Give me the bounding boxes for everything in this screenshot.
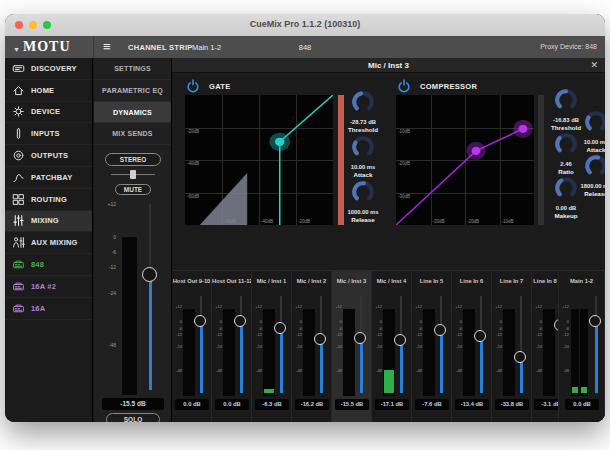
- knob-dial[interactable]: [584, 154, 605, 178]
- strip-scale-mark: -6: [452, 326, 462, 331]
- fader-fill: [240, 321, 243, 393]
- solo-button[interactable]: SOLO: [106, 413, 160, 422]
- fader-knob[interactable]: [314, 333, 326, 345]
- strip-scale-mark: +12: [372, 304, 382, 309]
- gate-knob-attack: 10.00 msAttack: [341, 135, 385, 178]
- fader-scale-mark: 0: [102, 234, 116, 240]
- fader-knob[interactable]: [274, 322, 286, 334]
- sidebar-item-patchbay[interactable]: PATCHBAY: [5, 167, 92, 189]
- compressor-graph: -10dB-20dB-30dB-30dB-20dB-10dB: [396, 95, 534, 225]
- fader-knob[interactable]: [194, 315, 206, 327]
- strip-value-readout: 0.0 dB: [565, 399, 599, 410]
- fader-knob[interactable]: [514, 351, 526, 363]
- knob-label: Release: [574, 190, 605, 197]
- fader-knob[interactable]: [434, 324, 446, 336]
- sidebar-item-device-16a[interactable]: 16A: [5, 298, 92, 320]
- mixer-strip-host-out-9-10[interactable]: Host Out 9-10+120-6-12-24-480.0 dB: [172, 271, 212, 422]
- strip-scale-mark: 0: [532, 319, 542, 324]
- strip-scale-mark: -24: [332, 344, 342, 349]
- mixer-strip-main-1-2[interactable]: Main 1-2+120-6-12-24-480.0 dB: [559, 271, 605, 422]
- sidebar-item-device[interactable]: DEVICE: [5, 102, 92, 124]
- fader-knob[interactable]: [234, 315, 246, 327]
- rack-icon: [12, 258, 25, 271]
- aux-mixing-icon: [12, 236, 25, 249]
- rack-icon: [12, 302, 25, 315]
- fader-fill: [280, 328, 283, 393]
- knob-dial[interactable]: [584, 110, 605, 134]
- strip-scale-mark: -6: [212, 326, 222, 331]
- strip-meter: [343, 309, 355, 396]
- strip-meter: [463, 309, 475, 396]
- mixer-strip-mic-inst-3[interactable]: Mic / Inst 3+120-6-12-24-48-15.5 dB: [332, 271, 372, 422]
- mixer-strip-host-out-11-12[interactable]: Host Out 11-12+120-6-12-24-480.0 dB: [212, 271, 252, 422]
- tab-parametric-eq[interactable]: PARAMETRIC EQ: [94, 80, 171, 102]
- tab-settings[interactable]: SETTINGS: [94, 58, 171, 80]
- strip-label: Host Out 11-12: [212, 278, 251, 284]
- strip-scale-mark: 0: [412, 319, 422, 324]
- fader-knob[interactable]: [354, 332, 366, 344]
- strip-meter: [303, 309, 315, 396]
- pan-slider[interactable]: [111, 170, 155, 179]
- strip-value-readout: 0.0 dB: [175, 399, 209, 410]
- sidebar-nav: DISCOVERYHOMEDEVICEINPUTSOUTPUTSPATCHBAY…: [5, 58, 93, 422]
- compressor-curve[interactable]: [396, 95, 534, 225]
- pan-slider-handle[interactable]: [130, 170, 136, 179]
- strip-scale-mark: -48: [172, 368, 182, 373]
- power-icon[interactable]: [186, 79, 200, 93]
- mixer-strip-line-in-7[interactable]: Line In 7+120-6-12-24-48-33.8 dB: [492, 271, 532, 422]
- mixer-strip-mic-inst-1[interactable]: Mic / Inst 1+120-6-12-24-48-6.3 dB: [252, 271, 292, 422]
- outputs-icon: [12, 149, 25, 162]
- sidebar-item-mixing[interactable]: MIXING: [5, 211, 92, 233]
- sidebar-item-routing[interactable]: ROUTING: [5, 189, 92, 211]
- sidebar-item-device-16a-2[interactable]: 16A #2: [5, 276, 92, 298]
- knob-dial[interactable]: [351, 180, 375, 204]
- sidebar-item-label: 16A: [31, 304, 45, 313]
- strip-scale-mark: -24: [532, 344, 542, 349]
- sidebar-item-discovery[interactable]: DISCOVERY: [5, 58, 92, 80]
- fader-knob[interactable]: [142, 267, 157, 282]
- knob-dial[interactable]: [351, 90, 375, 114]
- strip-scale-mark: -12: [252, 332, 262, 337]
- sidebar-item-outputs[interactable]: OUTPUTS: [5, 145, 92, 167]
- sidebar-item-inputs[interactable]: INPUTS: [5, 123, 92, 145]
- strip-scale-mark: 0: [559, 319, 569, 324]
- fader-fill: [400, 340, 403, 393]
- mixer-strip-line-in-6[interactable]: Line In 6+120-6-12-24-48-13.4 dB: [452, 271, 492, 422]
- window-title: CueMix Pro 1.1.2 (100310): [5, 19, 605, 29]
- mute-button[interactable]: MUTE: [115, 184, 151, 195]
- strip-label: Main 1-2: [559, 278, 604, 284]
- strip-scale-mark: -12: [412, 332, 422, 337]
- tab-mix-sends[interactable]: MIX SENDS: [94, 123, 171, 145]
- strip-value-readout: -15.5 dB: [335, 399, 369, 410]
- tab-dynamics[interactable]: DYNAMICS: [94, 102, 171, 124]
- strip-scale-mark: 0: [372, 319, 382, 324]
- sidebar-item-device-848[interactable]: 848: [5, 254, 92, 276]
- knob-dial[interactable]: [554, 88, 578, 112]
- fader-fill: [595, 321, 598, 393]
- mixer-strip-line-in-5[interactable]: Line In 5+120-6-12-24-48-7.6 dB: [412, 271, 452, 422]
- close-icon[interactable]: ✕: [590, 58, 598, 73]
- strip-scale-mark: -48: [559, 368, 569, 373]
- strip-scale-mark: -48: [332, 368, 342, 373]
- mixer-strip-mic-inst-4[interactable]: Mic / Inst 4+120-6-12-24-48-17.1 dB: [372, 271, 412, 422]
- app-window: CueMix Pro 1.1.2 (100310) ▼ MOTU ≡ CHANN…: [5, 14, 605, 422]
- knob-dial[interactable]: [351, 135, 375, 159]
- fader-fill: [480, 336, 483, 393]
- strip-scale-mark: -12: [559, 332, 569, 337]
- strip-scale-mark: -12: [372, 332, 382, 337]
- fader-knob[interactable]: [589, 315, 601, 327]
- stereo-button[interactable]: STEREO: [105, 153, 161, 166]
- power-icon[interactable]: [397, 79, 411, 93]
- mixer-strip-mic-inst-2[interactable]: Mic / Inst 2+120-6-12-24-48-16.2 dB: [292, 271, 332, 422]
- sidebar-item-aux-mixing[interactable]: AUX MIXING: [5, 232, 92, 254]
- fader-knob[interactable]: [474, 330, 486, 342]
- mixer-strip-line-in-8[interactable]: Line In 8+120-6-12-24-48-3.1 dB: [532, 271, 559, 422]
- fader-knob[interactable]: [394, 334, 406, 346]
- gate-curve[interactable]: [185, 95, 333, 225]
- sidebar-item-label: DISCOVERY: [31, 64, 77, 73]
- sidebar-item-home[interactable]: HOME: [5, 80, 92, 102]
- strip-meter-level: [264, 389, 274, 393]
- strip-scale-mark: +12: [532, 304, 542, 309]
- discovery-icon: [12, 62, 25, 75]
- strip-scale-mark: -12: [172, 332, 182, 337]
